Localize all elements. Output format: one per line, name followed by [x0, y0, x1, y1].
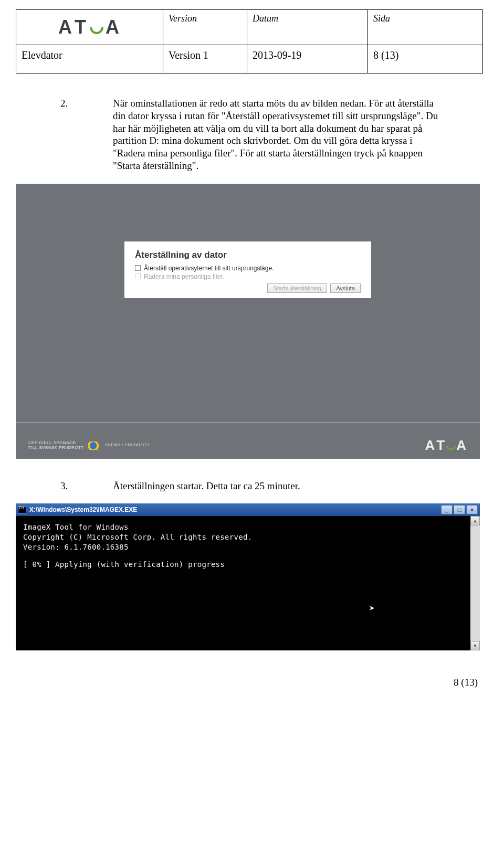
restore-dialog: Återställning av dator Återställ operati… [124, 241, 371, 298]
restore-dialog-screenshot: Återställning av dator Återställ operati… [16, 184, 480, 459]
header-version-label: Version [163, 10, 247, 45]
sponsor-line2: TILL SVENSK FRIIDROTT [28, 446, 84, 450]
step-3: 3. Återställningen startar. Detta tar ca… [60, 480, 444, 492]
screenshot-footer-bar: OFFICIELL SPONSOR TILL SVENSK FRIIDROTT … [16, 433, 480, 459]
terminal-scrollbar[interactable]: ▲ ▼ [470, 516, 480, 650]
atea-logo: ATA [58, 16, 121, 38]
header-version-value: Version 1 [163, 45, 247, 73]
terminal-line: [ 0% ] Applying (with verification) prog… [23, 560, 472, 570]
close-window-button[interactable]: × [466, 505, 478, 514]
document-header-table: ATA Version Datum Sida Elevdator Version… [16, 9, 483, 73]
atea-footer-logo: ATA [425, 437, 467, 454]
step-2: 2. När ominstallationen är redo att star… [60, 97, 444, 172]
step-2-text: När ominstallationen är redo att starta … [113, 97, 444, 172]
terminal-titlebar: X:\Windows\System32\IMAGEX.EXE _ □ × [16, 503, 480, 516]
step-3-number: 3. [60, 480, 113, 492]
page-footer: 8 (13) [0, 650, 504, 688]
checkbox-icon[interactable] [135, 274, 141, 279]
start-restore-button[interactable]: Starta återställning [267, 283, 327, 293]
logo-arc-icon [87, 18, 107, 37]
sponsor-badge-icon [88, 441, 101, 450]
minimize-button[interactable]: _ [441, 505, 453, 514]
step-3-text: Återställningen startar. Detta tar ca 25… [113, 480, 444, 492]
option-restore-os-label: Återställ operativsytemet till sitt ursp… [144, 265, 274, 272]
option-delete-files[interactable]: Radera mina personliga filer. [135, 273, 361, 280]
header-date-value: 2013-09-19 [247, 45, 368, 73]
scroll-down-icon[interactable]: ▼ [470, 641, 480, 650]
close-button[interactable]: Avsluta [330, 283, 361, 293]
dialog-title: Återställning av dator [135, 250, 361, 260]
header-title: Elevdator [16, 45, 163, 73]
header-date-label: Datum [247, 10, 368, 45]
terminal-line: Copyright (C) Microsoft Corp. All rights… [23, 532, 472, 542]
terminal-line: Version: 6.1.7600.16385 [23, 542, 472, 552]
logo-arc-icon [444, 439, 457, 452]
header-page-value: 8 (13) [368, 45, 483, 73]
maximize-button[interactable]: □ [454, 505, 465, 514]
cmd-icon [18, 506, 26, 513]
sponsor-badge-text: SVENSK FRIIDROTT [105, 443, 150, 448]
option-delete-files-label: Radera mina personliga filer. [144, 273, 224, 280]
terminal-line: ImageX Tool for Windows [23, 522, 472, 532]
mouse-cursor-icon: ➤ [369, 603, 375, 614]
scroll-up-icon[interactable]: ▲ [470, 516, 480, 525]
option-restore-os[interactable]: Återställ operativsytemet till sitt ursp… [135, 265, 361, 272]
terminal-screenshot: X:\Windows\System32\IMAGEX.EXE _ □ × Ima… [16, 503, 480, 650]
checkbox-icon[interactable] [135, 265, 141, 271]
header-page-label: Sida [368, 10, 483, 45]
terminal-body: ImageX Tool for Windows Copyright (C) Mi… [16, 516, 480, 576]
step-2-number: 2. [60, 97, 113, 172]
sponsor-block: OFFICIELL SPONSOR TILL SVENSK FRIIDROTT … [28, 441, 150, 450]
logo-cell: ATA [16, 10, 163, 45]
terminal-title: X:\Windows\System32\IMAGEX.EXE [29, 506, 137, 513]
